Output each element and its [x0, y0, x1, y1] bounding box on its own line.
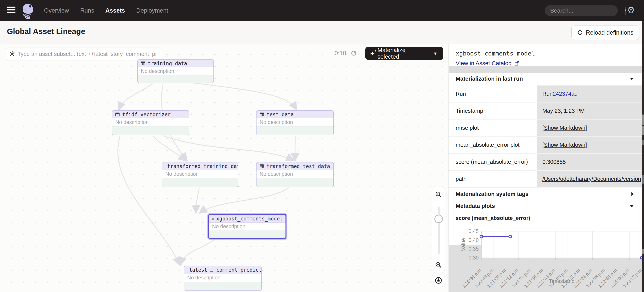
- zoom-in-button[interactable]: [432, 186, 445, 203]
- metadata-value: 0.300855: [537, 154, 642, 171]
- materialize-selected-button[interactable]: ✦✦ Materialize selected ▾: [365, 47, 443, 60]
- metadata-row-rmse-plot: rmse plot[Show Markdown]: [448, 120, 642, 137]
- reload-icon: [577, 30, 583, 36]
- asset-node-description: No description: [162, 170, 238, 178]
- chart-data-point[interactable]: [480, 235, 483, 238]
- metadata-label: path: [448, 171, 537, 188]
- metadata-row-timestamp: TimestampMay 23, 1:23 PM: [448, 103, 642, 120]
- x-axis-title: Timestamp: [549, 278, 574, 284]
- asset-node-description: No description: [138, 67, 214, 75]
- nav-item-deployment[interactable]: Deployment: [136, 7, 168, 14]
- y-axis-title: Value: [460, 238, 466, 251]
- hamburger-menu-icon[interactable]: [7, 7, 16, 14]
- asset-subset-input[interactable]: [18, 51, 158, 57]
- asset-node-name: training_data: [148, 61, 187, 66]
- download-image-button[interactable]: [432, 274, 445, 287]
- asset-node-status-bar: MaterializedMay 23, 1:23 PM: [138, 75, 214, 83]
- section-metadata-plots[interactable]: Metadata plots: [448, 200, 642, 212]
- collapse-icon: [630, 78, 634, 80]
- metadata-label: mean_absolute_error plot: [448, 137, 537, 154]
- y-tick-label: 0.30: [468, 255, 479, 261]
- chart-data-point[interactable]: [509, 235, 512, 238]
- page-header: Global Asset Lineage Reload definitions: [0, 21, 644, 44]
- reload-definitions-button[interactable]: Reload definitions: [571, 26, 639, 40]
- asset-node-transformed_training_data[interactable]: transformed_training_dataNo descriptionM…: [162, 162, 238, 187]
- asset-node-status-bar: MaterializedMay 23, 1:23 PM: [256, 126, 334, 135]
- asset-subset-filter[interactable]: [6, 48, 162, 60]
- score-line-chart: 1:20:36 p.m.1:20:48 p.m.1:21:00 p.m.1:21…: [449, 224, 642, 292]
- metadata-value: [Show Markdown]: [537, 137, 642, 154]
- edge-tfidf_vectorizer-to-transformed_training_data: [152, 136, 186, 160]
- asset-node-header: latest_…_comment_predictions: [184, 266, 261, 274]
- edge-tfidf_vectorizer-to-latest_comment_predictions: [118, 136, 179, 264]
- metadata-label: Run: [448, 86, 537, 103]
- gear-icon[interactable]: ⚙: [627, 6, 635, 14]
- expand-icon: [632, 192, 634, 196]
- section-materialization-in-last-run[interactable]: Materialization in last run: [448, 73, 642, 85]
- edge-training_data-to-test_data: [186, 82, 296, 109]
- edge-transformed_test_data-to-xgboost_comments_model: [200, 188, 289, 213]
- metadata-row-run: RunRun 242374ad: [448, 86, 642, 103]
- asset-node-name: test_data: [266, 112, 294, 117]
- asset-node-name: transformed_test_data: [266, 163, 330, 169]
- metadata-row-mean-absolute-error-plot: mean_absolute_error plot[Show Markdown]: [448, 137, 642, 154]
- search-shortcut-badge: /: [625, 7, 626, 15]
- zoom-slider-track[interactable]: [438, 206, 440, 254]
- asset-node-name: xgboost_comments_model: [216, 216, 283, 222]
- zoom-out-button[interactable]: [432, 257, 445, 273]
- nav-item-runs[interactable]: Runs: [80, 7, 94, 14]
- asset-node-tfidf_vectorizer[interactable]: tfidf_vectorizerNo descriptionMaterializ…: [112, 110, 189, 135]
- metadata-link[interactable]: [Show Markdown]: [542, 142, 587, 148]
- table-icon: [259, 164, 264, 169]
- nav-item-assets[interactable]: Assets: [106, 7, 125, 14]
- asset-node-name: tfidf_vectorizer: [122, 112, 170, 117]
- asset-node-status-bar: MaterializedMay 23, 1:23 PM: [256, 178, 334, 187]
- materialize-options-caret[interactable]: ▾: [427, 50, 443, 57]
- horizontal-scrollbar[interactable]: [449, 66, 642, 73]
- asset-node-description: No description: [209, 223, 286, 230]
- y-tick-label: 0.40: [468, 237, 479, 243]
- metadata-row-score-mean-absolute-error-: score (mean_absolute_error)0.300855: [448, 154, 642, 171]
- refresh-icon[interactable]: [350, 50, 357, 57]
- asset-node-xgboost_comments_model[interactable]: xgboost_comments_modelNo descriptionMate…: [208, 214, 286, 239]
- run-id-link[interactable]: 242374ad: [553, 91, 578, 97]
- zoom-slider-thumb[interactable]: [434, 215, 443, 223]
- asset-node-test_data[interactable]: test_dataNo descriptionMaterializedMay 2…: [256, 110, 334, 135]
- table-icon: [140, 61, 146, 66]
- search-input[interactable]: [550, 7, 625, 14]
- dagster-logo-icon[interactable]: [20, 2, 36, 20]
- metadata-link[interactable]: [Show Markdown]: [542, 125, 587, 131]
- asset-node-header: tfidf_vectorizer: [112, 111, 189, 118]
- edge-tfidf_vectorizer-to-transformed_test_data: [163, 136, 293, 160]
- zoom-controls: [432, 186, 445, 273]
- y-tick-label: 0.35: [468, 246, 479, 252]
- metadata-value: May 23, 1:23 PM: [537, 103, 642, 120]
- materialization-metadata-table: RunRun 242374adTimestampMay 23, 1:23 PMr…: [448, 86, 642, 188]
- asset-node-status-bar: MaterializedMay 23, 1:23 PM: [162, 178, 238, 187]
- asset-node-header: transformed_training_data: [162, 162, 238, 170]
- asset-graph-filter-icon: [9, 51, 15, 57]
- asset-node-header: test_data: [256, 111, 334, 118]
- section-materialization-system-tags[interactable]: Materialization system tags: [448, 188, 642, 200]
- window-edge-scrollbar[interactable]: [642, 21, 644, 292]
- table-icon: [259, 112, 264, 117]
- asset-node-transformed_test_data[interactable]: transformed_test_dataNo descriptionMater…: [256, 162, 334, 187]
- asset-node-description: No description: [256, 170, 334, 178]
- reload-definitions-label: Reload definitions: [586, 29, 634, 36]
- metadata-link[interactable]: /Users/odetteharary/Documents/version: [542, 176, 641, 182]
- asset-node-training_data[interactable]: training_dataNo descriptionMaterializedM…: [137, 59, 214, 83]
- asset-node-description: No description: [184, 274, 261, 282]
- metadata-value: /Users/odetteharary/Documents/version: [537, 171, 642, 188]
- asset-lineage-graph[interactable]: 0:18 ✦✦ Materialize selected ▾ training_…: [0, 44, 448, 292]
- edge-training_data-to-tfidf_vectorizer: [119, 84, 152, 109]
- asset-node-latest_comment_predictions[interactable]: latest_…_comment_predictionsNo descripti…: [184, 266, 262, 291]
- asset-node-description: No description: [256, 118, 334, 126]
- asset-node-status-bar: MaterializedMay 23, 1:23 PM: [112, 126, 189, 135]
- view-in-asset-catalog-link[interactable]: View in Asset Catalog: [456, 60, 520, 67]
- nav-item-overview[interactable]: Overview: [44, 7, 69, 14]
- global-search[interactable]: /: [545, 5, 618, 16]
- page-title: Global Asset Lineage: [7, 27, 85, 36]
- table-icon: [212, 216, 214, 221]
- collapse-icon: [630, 205, 634, 207]
- chart-title: score (mean_absolute_error): [456, 215, 530, 221]
